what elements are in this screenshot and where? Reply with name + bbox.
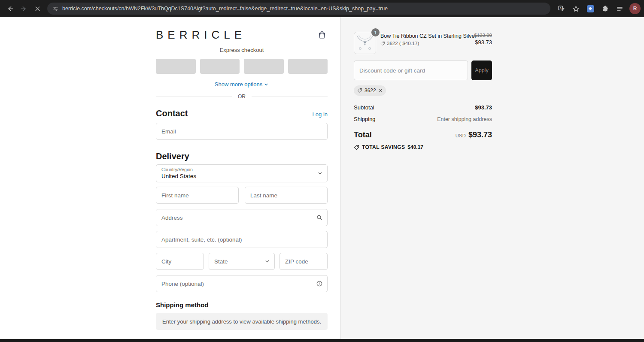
bookmark-button[interactable] — [569, 2, 582, 15]
menu-lines-icon — [616, 5, 623, 12]
line-item-discount: 3622 (-$40.17) — [387, 41, 419, 46]
store-logo: BERRICLE — [156, 28, 246, 42]
country-select-value: United States — [161, 173, 314, 181]
total-value: $93.73 — [468, 130, 492, 139]
bottom-bar — [0, 339, 644, 342]
apply-discount-button[interactable]: Apply — [471, 61, 492, 80]
delivery-heading: Delivery — [156, 151, 328, 161]
last-name-field[interactable] — [245, 187, 328, 204]
email-field[interactable] — [156, 123, 328, 140]
stop-loading-button[interactable] — [31, 2, 44, 15]
express-buttons-loading — [156, 59, 328, 74]
state-select-value: State — [214, 258, 228, 265]
browser-toolbar: berricle.com/checkouts/cn/hWN2FkW3uTbQqD… — [0, 0, 644, 17]
savings-value: $40.17 — [407, 144, 423, 150]
extensions-button[interactable] — [598, 2, 611, 15]
express-button-skeleton — [288, 59, 328, 74]
browser-menu-button[interactable] — [613, 2, 626, 15]
bookmark-star-icon — [572, 5, 580, 12]
country-select-label: Country/Region — [161, 167, 314, 173]
subtotal-value: $93.73 — [475, 104, 492, 111]
chevron-down-icon — [317, 171, 323, 176]
express-button-skeleton — [156, 59, 196, 74]
product-title: Bow Tie Ribbon CZ Set in Sterling Silver — [380, 33, 471, 39]
back-icon — [6, 5, 14, 12]
back-button[interactable] — [3, 2, 16, 15]
apartment-field[interactable] — [156, 231, 328, 248]
cart-line-item: 1 Bow Tie Ribbon CZ Set in Sterling Silv… — [354, 32, 492, 54]
svg-text:?: ? — [319, 282, 320, 286]
forward-button[interactable] — [17, 2, 30, 15]
checkout-header: BERRICLE — [156, 29, 328, 40]
login-link[interactable]: Log in — [313, 111, 328, 118]
translate-button[interactable]: A — [555, 2, 568, 15]
address-field[interactable] — [156, 209, 328, 226]
chevron-down-icon — [264, 82, 269, 87]
price-current: $93.73 — [474, 39, 492, 45]
address-bar[interactable]: berricle.com/checkouts/cn/hWN2FkW3uTbQqD… — [47, 3, 550, 15]
show-more-options-label: Show more options — [215, 81, 262, 88]
subtotal-label: Subtotal — [354, 104, 374, 111]
savings-label: TOTAL SAVINGS — [362, 144, 405, 150]
shipping-method-notice: Enter your shipping address to view avai… — [156, 313, 328, 330]
or-divider: OR — [156, 94, 328, 100]
express-button-skeleton — [200, 59, 240, 74]
city-field[interactable] — [156, 253, 204, 270]
total-label: Total — [354, 130, 372, 139]
state-select[interactable]: State — [209, 253, 275, 270]
tag-icon — [357, 88, 362, 93]
site-info-icon — [52, 6, 59, 12]
contact-heading: Contact — [156, 109, 188, 118]
pinned-extension-button[interactable] — [584, 2, 597, 15]
checkout-main: BERRICLE Express checkout Show more opti… — [0, 17, 340, 339]
discount-chip-label: 3622 — [365, 88, 376, 94]
close-icon — [378, 88, 383, 93]
tag-icon — [354, 145, 359, 150]
remove-discount-button[interactable] — [378, 88, 383, 93]
total-savings-row: TOTAL SAVINGS $40.17 — [354, 144, 492, 150]
order-summary: 1 Bow Tie Ribbon CZ Set in Sterling Silv… — [340, 17, 644, 339]
tag-icon — [380, 41, 385, 46]
first-name-field[interactable] — [156, 187, 239, 204]
express-button-skeleton — [244, 59, 284, 74]
svg-text:A: A — [559, 6, 562, 10]
express-checkout-title: Express checkout — [156, 47, 328, 53]
extension-icon — [587, 5, 594, 12]
price-original: $133.90 — [474, 33, 492, 38]
phone-field[interactable] — [156, 275, 328, 292]
cart-button[interactable] — [316, 29, 328, 40]
discount-code-input[interactable] — [354, 61, 468, 80]
checkout-page: BERRICLE Express checkout Show more opti… — [0, 17, 644, 339]
show-more-options-link[interactable]: Show more options — [215, 81, 269, 88]
quantity-badge: 1 — [371, 28, 380, 36]
profile-avatar[interactable]: R — [629, 3, 641, 14]
stop-icon — [34, 6, 41, 12]
translate-icon: A — [558, 5, 565, 12]
zip-field[interactable] — [279, 253, 328, 270]
or-label: OR — [238, 94, 246, 100]
toolbar-right-cluster: A R — [555, 2, 641, 15]
currency-code: USD — [456, 133, 466, 138]
puzzle-icon — [601, 5, 609, 12]
search-icon — [316, 214, 323, 221]
country-select[interactable]: Country/Region United States — [156, 164, 328, 182]
applied-discount-chip: 3622 — [354, 85, 386, 96]
chevron-down-icon — [264, 259, 270, 264]
bag-icon — [317, 30, 327, 39]
shipping-label: Shipping — [354, 116, 376, 122]
help-icon[interactable]: ? — [316, 280, 323, 287]
shipping-method-heading: Shipping method — [156, 301, 328, 309]
avatar-initial: R — [633, 6, 637, 12]
forward-icon — [20, 5, 27, 12]
shipping-value: Enter shipping address — [437, 116, 492, 122]
url-text: berricle.com/checkouts/cn/hWN2FkW3uTbQqD… — [62, 6, 388, 12]
